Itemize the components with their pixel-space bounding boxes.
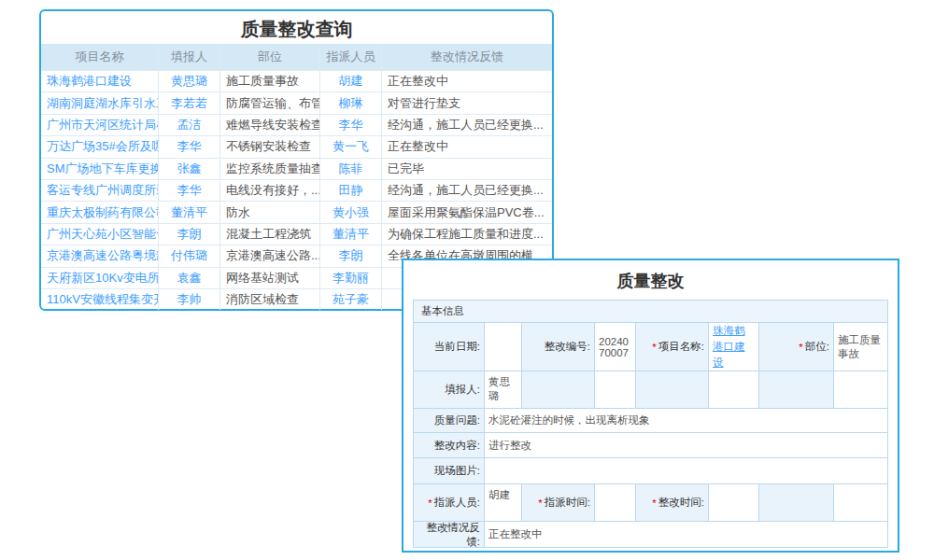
table-row[interactable]: 珠海鹤港口建设 黄思璐 施工质量事故 胡建 正在整改中 <box>41 70 552 91</box>
project-name-link[interactable]: 重庆太极制药有限公司亳州 <box>41 202 159 222</box>
rectification-no-field[interactable]: 2024070007 <box>595 323 636 371</box>
table-row[interactable]: 广州市天河区统计局机房改 孟洁 难燃导线安装检查 李华 经沟通，施工人员已经更换… <box>41 114 552 135</box>
reporter-cell[interactable]: 李帅 <box>159 289 220 310</box>
query-panel-title: 质量整改查询 <box>41 11 552 44</box>
table-row[interactable]: 万达广场35#会所及咖啡厅 李华 不锈钢安装检查 黄一飞 正在整改中 <box>41 135 552 157</box>
assignee-cell[interactable]: 黄一飞 <box>320 136 382 157</box>
assignee-label-text: 指派人员: <box>434 496 480 510</box>
reporter-cell[interactable]: 付伟璐 <box>159 245 220 266</box>
feedback-cell: 对管进行垫支 <box>382 92 552 113</box>
feedback-cell: 屋面采用聚氨酯保温PVC卷... <box>382 202 552 222</box>
part-cell: 电线没有接好，... <box>220 180 320 201</box>
feedback-cell: 为确保工程施工质量和进度... <box>382 224 552 245</box>
project-name-label-text: 项目名称: <box>658 340 704 354</box>
table-row[interactable]: 湖南洞庭湖水库引水工程施 李若若 防腐管运输、布管 柳琳 对管进行垫支 <box>41 91 552 113</box>
current-date-field[interactable] <box>485 323 522 371</box>
empty-value-cell <box>595 371 636 408</box>
assign-time-field[interactable] <box>595 484 636 521</box>
required-asterisk: * <box>652 342 656 353</box>
site-photo-field[interactable] <box>485 458 887 483</box>
rectification-content-field[interactable]: 进行整改 <box>485 433 887 457</box>
query-table-header-row: 项目名称 填报人 部位 指派人员 整改情况反馈 <box>41 44 552 70</box>
assignee-label: * 指派人员: <box>414 484 485 521</box>
required-asterisk: * <box>799 342 802 353</box>
feedback-field[interactable]: 正在整改中 <box>485 522 887 547</box>
reporter-cell[interactable]: 董清平 <box>159 202 220 222</box>
assignee-cell[interactable]: 胡建 <box>320 71 382 91</box>
reporter-cell[interactable]: 李朗 <box>159 224 220 245</box>
project-name-link[interactable]: 京港澳高速公路粤境韶关至 <box>41 245 159 266</box>
detail-dialog-title: 质量整改 <box>403 260 898 300</box>
current-date-label: 当前日期: <box>414 323 485 371</box>
part-label-text: 部位: <box>805 340 829 354</box>
part-cell: 监控系统质量抽查 <box>220 159 320 179</box>
rectify-time-label-text: 整改时间: <box>658 496 704 510</box>
column-header-part: 部位 <box>220 44 320 70</box>
assignee-cell[interactable]: 李华 <box>320 115 382 135</box>
form-row-2: 填报人: 黄思璐 <box>414 371 887 408</box>
feedback-cell: 已完毕 <box>382 159 552 179</box>
part-cell: 防腐管运输、布管 <box>220 92 320 113</box>
empty-value-cell <box>834 484 887 521</box>
part-cell: 京港澳高速公路... <box>220 245 320 266</box>
feedback-cell: 经沟通，施工人员已经更换... <box>382 115 552 135</box>
basic-info-section-header: 基本信息 <box>414 301 887 322</box>
part-cell: 难燃导线安装检查 <box>220 115 320 135</box>
assignee-cell[interactable]: 苑子豪 <box>320 289 382 310</box>
rectification-content-label: 整改内容: <box>414 433 485 457</box>
project-name-label: * 项目名称: <box>636 323 709 371</box>
rectify-time-field[interactable] <box>709 484 759 521</box>
part-cell: 消防区域检查 <box>220 289 320 310</box>
feedback-cell: 正在整改中 <box>382 136 552 157</box>
feedback-cell: 经沟通，施工人员已经更换... <box>382 180 552 201</box>
reporter-cell[interactable]: 张鑫 <box>159 159 220 179</box>
assignee-field[interactable]: 胡建 <box>485 484 522 521</box>
required-asterisk: * <box>652 497 656 509</box>
reporter-cell[interactable]: 袁鑫 <box>159 268 220 288</box>
project-name-link[interactable]: 万达广场35#会所及咖啡厅 <box>41 136 159 157</box>
form-row-1: 当前日期: 整改编号: 2024070007 * 项目名称: 珠海鹤港口建设 *… <box>414 322 887 371</box>
project-name-link[interactable]: 客运专线广州调度所装修项 <box>41 180 159 201</box>
table-row[interactable]: 客运专线广州调度所装修项 李华 电线没有接好，... 田静 经沟通，施工人员已经… <box>41 179 552 201</box>
project-name-field[interactable]: 珠海鹤港口建设 <box>709 323 759 371</box>
table-row[interactable]: 广州天心苑小区智能化系统 李朗 混凝土工程浇筑 董清平 为确保工程施工质量和进度… <box>41 223 552 245</box>
assignee-cell[interactable]: 李朗 <box>320 245 382 266</box>
assignee-cell[interactable]: 董清平 <box>320 224 382 245</box>
reporter-cell[interactable]: 孟洁 <box>159 115 220 135</box>
part-label: * 部位: <box>759 323 834 371</box>
assignee-cell[interactable]: 柳琳 <box>320 92 382 113</box>
assignee-cell[interactable]: 李勤丽 <box>320 268 382 288</box>
assignee-cell[interactable]: 黄小强 <box>320 202 382 222</box>
project-name-link[interactable]: 珠海鹤港口建设 <box>41 71 159 91</box>
table-row[interactable]: 重庆太极制药有限公司亳州 董清平 防水 黄小强 屋面采用聚氨酯保温PVC卷... <box>41 201 552 222</box>
project-name-link[interactable]: 广州天心苑小区智能化系统 <box>41 224 159 245</box>
project-name-link[interactable]: SM广场地下车库更换摄像 <box>41 159 159 179</box>
quality-issue-field[interactable]: 水泥砼灌注的时候，出现离析现象 <box>485 409 887 432</box>
rectify-time-label: * 整改时间: <box>636 484 709 521</box>
assignee-cell[interactable]: 田静 <box>320 180 382 201</box>
part-field[interactable]: 施工质量事故 <box>834 323 887 371</box>
reporter-cell[interactable]: 李华 <box>159 136 220 157</box>
form-row-5: 现场图片: <box>414 457 887 483</box>
project-name-link[interactable]: 珠海鹤港口建设 <box>713 323 755 371</box>
project-name-link[interactable]: 湖南洞庭湖水库引水工程施 <box>41 92 159 113</box>
project-name-link[interactable]: 广州市天河区统计局机房改 <box>41 115 159 135</box>
empty-label-cell <box>759 371 834 408</box>
assignee-cell[interactable]: 陈菲 <box>320 159 382 179</box>
reporter-cell[interactable]: 李华 <box>159 180 220 201</box>
form-row-4: 整改内容: 进行整改 <box>414 432 887 457</box>
table-row[interactable]: SM广场地下车库更换摄像 张鑫 监控系统质量抽查 陈菲 已完毕 <box>41 158 552 179</box>
part-cell: 施工质量事故 <box>220 71 320 91</box>
site-photo-label: 现场图片: <box>414 458 485 483</box>
part-cell: 混凝土工程浇筑 <box>220 224 320 245</box>
column-header-reporter: 填报人 <box>159 44 220 70</box>
quality-rectification-detail-dialog: 质量整改 基本信息 当前日期: 整改编号: 2024070007 * 项目名称:… <box>402 259 899 553</box>
assign-time-label: * 指派时间: <box>522 484 595 521</box>
reporter-field[interactable]: 黄思璐 <box>485 371 522 408</box>
project-name-link[interactable]: 天府新区10Kv变电所安装工 <box>41 268 159 288</box>
reporter-cell[interactable]: 黄思璐 <box>159 71 220 91</box>
project-name-link[interactable]: 110kV安徽线程集变开断线 <box>41 289 159 310</box>
column-header-project: 项目名称 <box>41 44 159 70</box>
rectification-no-label: 整改编号: <box>522 323 595 371</box>
reporter-cell[interactable]: 李若若 <box>159 92 220 113</box>
